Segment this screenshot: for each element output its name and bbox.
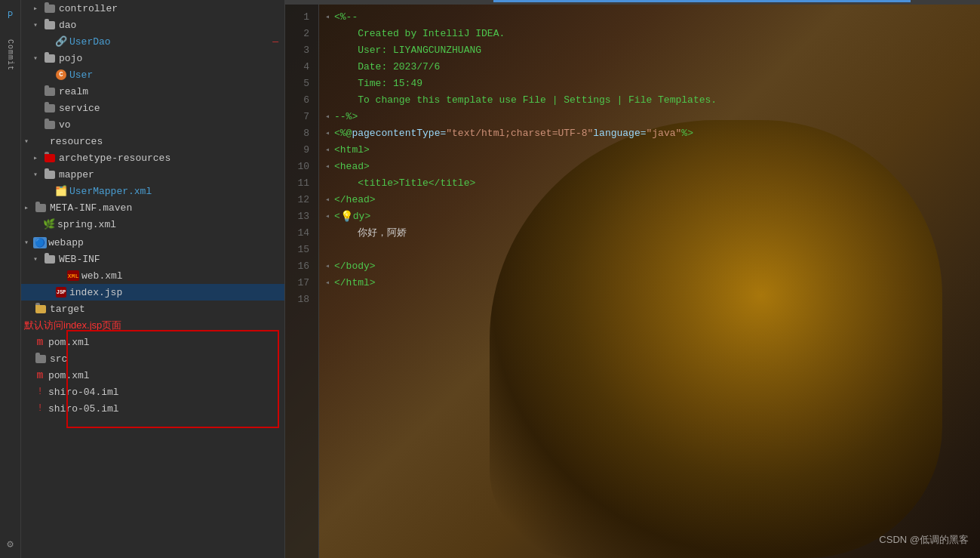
label-resources: resources <box>50 136 103 147</box>
label-pojo: pojo <box>59 53 82 64</box>
project-icon[interactable]: P <box>2 8 19 24</box>
line-num-6: 6 <box>285 92 315 109</box>
tree-item-user[interactable]: C User <box>21 66 284 83</box>
tree-item-realm[interactable]: realm <box>21 83 284 100</box>
label-shiro05: shiro-05.iml <box>48 403 119 415</box>
folder-icon-controller <box>44 2 56 14</box>
file-icon-pomxml2: m <box>35 369 45 381</box>
tree-item-webapp[interactable]: 🔵 webapp <box>21 234 284 251</box>
tree-item-usermapper[interactable]: 🗂️ UserMapper.xml <box>21 183 284 199</box>
line-num-12: 12 <box>285 192 315 208</box>
folder-icon-vo <box>44 119 56 131</box>
arrow-resources <box>24 137 33 146</box>
folder-icon-realm <box>44 85 56 97</box>
tree-item-pomxml[interactable]: m pom.xml <box>21 334 284 350</box>
code-line-17: </html> <box>325 275 980 291</box>
arrow-controller <box>33 4 42 13</box>
file-icon-usermapper: 🗂️ <box>56 185 66 197</box>
tree-item-target[interactable]: target <box>21 301 284 317</box>
code-text-8b: page <box>352 125 375 142</box>
code-line-12: </head> <box>325 192 980 208</box>
line-num-18: 18 <box>285 291 315 308</box>
fold-10[interactable] <box>325 162 334 171</box>
code-line-4: Date: 2023/7/6 <box>325 59 980 76</box>
commit-label: Commit <box>6 39 14 71</box>
arrow-archetype <box>33 153 42 162</box>
file-icon-shiro04: ! <box>35 386 45 398</box>
code-text-13a: < <box>334 208 340 225</box>
editor-topbar <box>285 0 980 5</box>
fold-13[interactable] <box>325 212 334 221</box>
arrow-webapp <box>24 238 33 247</box>
code-text-7: --%> <box>334 109 358 125</box>
fold-3 <box>325 46 334 55</box>
csdn-watermark: CSDN @低调的黑客 <box>879 533 969 547</box>
settings-icon[interactable]: ⚙ <box>2 535 19 552</box>
arrow-pojo <box>33 54 42 63</box>
code-text-8f: "java" <box>647 125 682 142</box>
label-archetype: archetype-resources <box>59 153 171 164</box>
code-text-10: <head> <box>334 159 370 175</box>
tree-item-pojo[interactable]: pojo <box>21 50 284 66</box>
tree-item-vo[interactable]: vo <box>21 116 284 133</box>
fold-9[interactable] <box>325 146 334 155</box>
code-text-13b: dy> <box>353 208 370 225</box>
fold-1[interactable] <box>325 13 334 22</box>
tree-item-src[interactable]: src <box>21 350 284 367</box>
code-line-5: Time: 15:49 <box>325 76 980 92</box>
line-numbers: 1 2 3 4 5 6 7 8 9 10 11 12 13 14 15 16 1… <box>285 5 319 558</box>
label-target: target <box>50 304 85 315</box>
tree-item-webxml[interactable]: XML web.xml <box>21 267 284 284</box>
code-text-2: Created by IntelliJ IDEA. <box>334 26 505 42</box>
fold-14 <box>325 229 334 238</box>
file-icon-indexjsp: JSP <box>56 286 66 298</box>
file-icon-pomxml: m <box>35 336 45 348</box>
code-text-15 <box>334 242 340 258</box>
file-icon-shiro05: ! <box>35 402 45 415</box>
userdao-dash: — <box>272 36 278 48</box>
tree-item-indexjsp[interactable]: JSP index.jsp <box>21 284 284 301</box>
tree-item-pomxml2[interactable]: m pom.xml <box>21 367 284 384</box>
folder-icon-archetype <box>44 152 56 164</box>
folder-icon-dao <box>44 19 56 31</box>
tree-item-archetype[interactable]: archetype-resources <box>21 150 284 166</box>
tree-item-metainf[interactable]: META-INF.maven <box>21 199 284 216</box>
fold-6 <box>325 96 334 105</box>
progress-bar <box>493 0 911 2</box>
project-sidebar: controller dao 🔗 UserDao — pojo C User r… <box>21 0 285 558</box>
commit-tab[interactable]: Commit <box>2 45 19 62</box>
tree-item-dao[interactable]: dao <box>21 17 284 33</box>
line-num-7: 7 <box>285 109 315 125</box>
tree-item-userdao[interactable]: 🔗 UserDao — <box>21 33 284 50</box>
tree-item-annotation: 默认访问index.jsp页面 <box>21 317 284 334</box>
arrow-metainf <box>24 203 33 212</box>
fold-16[interactable] <box>325 262 334 271</box>
label-webxml: web.xml <box>81 270 123 282</box>
tree-item-controller[interactable]: controller <box>21 0 284 17</box>
fold-5 <box>325 79 334 88</box>
line-num-14: 14 <box>285 225 315 242</box>
fold-7[interactable] <box>325 113 334 122</box>
fold-12[interactable] <box>325 196 334 205</box>
fold-17[interactable] <box>325 279 334 288</box>
tree-item-springxml[interactable]: 🌿 spring.xml <box>21 216 284 233</box>
tree-item-shiro05[interactable]: ! shiro-05.iml <box>21 400 284 417</box>
code-text-1: <%-- <box>334 9 358 26</box>
line-num-16: 16 <box>285 258 315 275</box>
label-controller: controller <box>59 3 118 14</box>
tree-item-shiro04[interactable]: ! shiro-04.iml <box>21 384 284 400</box>
code-line-13: <💡dy> <box>325 208 980 225</box>
tree-item-mapper[interactable]: mapper <box>21 166 284 183</box>
code-text-4: Date: 2023/7/6 <box>334 59 440 76</box>
code-line-1: <%-- <box>325 9 980 26</box>
folder-icon-service <box>44 102 56 114</box>
folder-icon-resources <box>35 135 47 147</box>
code-text-5: Time: 15:49 <box>334 76 422 92</box>
tree-item-resources[interactable]: resources <box>21 133 284 150</box>
tree-item-webinf[interactable]: WEB-INF <box>21 251 284 267</box>
arrow-webinf <box>33 254 42 264</box>
label-realm: realm <box>59 86 88 97</box>
tree-item-service[interactable]: service <box>21 100 284 116</box>
file-icon-springxml: 🌿 <box>44 218 54 230</box>
fold-8[interactable] <box>325 129 334 138</box>
